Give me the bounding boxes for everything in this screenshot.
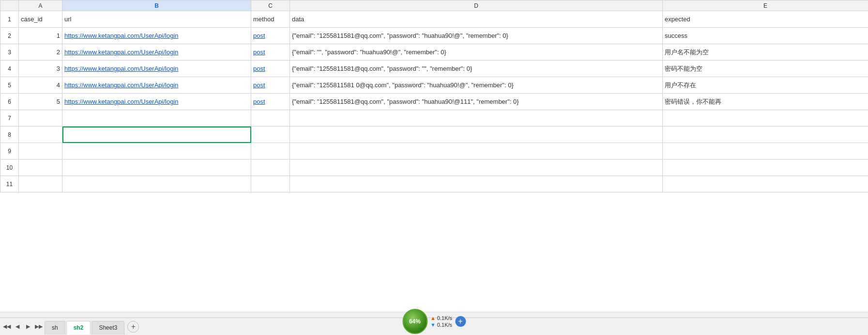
cell-e9[interactable] [663, 143, 868, 160]
cell-a11[interactable] [19, 176, 62, 192]
cell-b9[interactable] [62, 143, 251, 160]
cell-a8[interactable] [19, 127, 62, 143]
method-link-2[interactable]: post [253, 32, 265, 39]
cell-d7[interactable] [290, 110, 663, 127]
cell-c7[interactable] [251, 110, 290, 127]
cell-d10[interactable] [290, 160, 663, 176]
cell-e11[interactable] [663, 176, 868, 192]
cell-b7[interactable] [62, 110, 251, 127]
cell-e7[interactable] [663, 110, 868, 127]
cell-a5[interactable]: 4 [19, 77, 62, 94]
cell-d6[interactable]: {"email": "1255811581@qq.com", "password… [290, 94, 663, 110]
network-circle: 64% [402, 309, 427, 334]
cell-b5[interactable]: https://www.ketangpai.com/UserApi/login [62, 77, 251, 94]
cell-d1[interactable]: data [290, 11, 663, 28]
tab-sh[interactable]: sh [45, 321, 65, 335]
cell-a6[interactable]: 5 [19, 94, 62, 110]
cell-e8[interactable] [663, 127, 868, 143]
url-link-4[interactable]: https://www.ketangpai.com/UserApi/login [64, 65, 179, 72]
table-row: 5 4 https://www.ketangpai.com/UserApi/lo… [0, 77, 868, 94]
spreadsheet-table: A B C D E 1 case_id url method data expe… [0, 0, 868, 192]
method-link-4[interactable]: post [253, 65, 265, 72]
tabs-bar: ◀◀ ◀ ▶ ▶▶ sh sh2 Sheet3 + 64% ▲ 0.1K/s [0, 318, 868, 335]
cell-c11[interactable] [251, 176, 290, 192]
table-row: 10 [0, 160, 868, 176]
cell-b2[interactable]: https://www.ketangpai.com/UserApi/login [62, 28, 251, 44]
cell-a3[interactable]: 2 [19, 44, 62, 61]
cell-d9[interactable] [290, 143, 663, 160]
cell-a7[interactable] [19, 110, 62, 127]
url-link-3[interactable]: https://www.ketangpai.com/UserApi/login [64, 48, 179, 56]
cell-c5[interactable]: post [251, 77, 290, 94]
table-row: 3 2 https://www.ketangpai.com/UserApi/lo… [0, 44, 868, 61]
cell-a9[interactable] [19, 143, 62, 160]
tab-nav-prev[interactable]: ◀ [13, 322, 22, 332]
add-sheet-button[interactable]: + [127, 321, 139, 333]
cell-e10[interactable] [663, 160, 868, 176]
row-num-4: 4 [0, 61, 19, 77]
col-header-d[interactable]: D [290, 0, 663, 11]
method-link-5[interactable]: post [253, 81, 265, 89]
cell-c6[interactable]: post [251, 94, 290, 110]
cell-b8[interactable] [62, 127, 251, 143]
table-row: 2 1 https://www.ketangpai.com/UserApi/lo… [0, 28, 868, 44]
col-header-b[interactable]: B [62, 0, 251, 11]
cell-c8[interactable] [251, 127, 290, 143]
cell-b10[interactable] [62, 160, 251, 176]
cell-c3[interactable]: post [251, 44, 290, 61]
cell-d8[interactable] [290, 127, 663, 143]
cell-a4[interactable]: 3 [19, 61, 62, 77]
tab-sheet3[interactable]: Sheet3 [91, 321, 124, 335]
table-row: 9 [0, 143, 868, 160]
tab-nav-first[interactable]: ◀◀ [2, 322, 12, 332]
cell-d5[interactable]: {"email": "1255811581 0@qq.com", "passwo… [290, 77, 663, 94]
tab-nav-last[interactable]: ▶▶ [34, 322, 44, 332]
cell-e1[interactable]: expected [663, 11, 868, 28]
col-header-a[interactable]: A [19, 0, 62, 11]
url-link-5[interactable]: https://www.ketangpai.com/UserApi/login [64, 81, 179, 89]
cell-d2[interactable]: {"email": "1255811581@qq.com", "password… [290, 28, 663, 44]
cell-e6[interactable]: 密码错误，你不能再 [663, 94, 868, 110]
cell-b4[interactable]: https://www.ketangpai.com/UserApi/login [62, 61, 251, 77]
table-row: 11 [0, 176, 868, 192]
cell-a10[interactable] [19, 160, 62, 176]
row-num-3: 3 [0, 44, 19, 61]
spreadsheet: A B C D E 1 case_id url method data expe… [0, 0, 868, 335]
row-num-9: 9 [0, 143, 19, 160]
table-row: 8 [0, 127, 868, 143]
download-arrow-icon: ▼ [430, 322, 436, 328]
cell-b1[interactable]: url [62, 11, 251, 28]
method-link-6[interactable]: post [253, 98, 265, 105]
cell-a2[interactable]: 1 [19, 28, 62, 44]
tab-sh2[interactable]: sh2 [66, 321, 91, 335]
cell-d3[interactable]: {"email": "", "password": "huahua90!@", … [290, 44, 663, 61]
col-header-c[interactable]: C [251, 0, 290, 11]
cell-b3[interactable]: https://www.ketangpai.com/UserApi/login [62, 44, 251, 61]
cell-e3[interactable]: 用户名不能为空 [663, 44, 868, 61]
cell-e2[interactable]: success [663, 28, 868, 44]
cell-b11[interactable] [62, 176, 251, 192]
cell-c1[interactable]: method [251, 11, 290, 28]
table-row: 4 3 https://www.ketangpai.com/UserApi/lo… [0, 61, 868, 77]
cell-e5[interactable]: 用户不存在 [663, 77, 868, 94]
cell-d4[interactable]: {"email": "1255811581@qq.com", "password… [290, 61, 663, 77]
cell-b6[interactable]: https://www.ketangpai.com/UserApi/login [62, 94, 251, 110]
tab-sh2-label: sh2 [74, 324, 84, 331]
col-header-e[interactable]: E [663, 0, 868, 11]
url-link-2[interactable]: https://www.ketangpai.com/UserApi/login [64, 32, 179, 39]
cell-c4[interactable]: post [251, 61, 290, 77]
cell-d11[interactable] [290, 176, 663, 192]
url-link-6[interactable]: https://www.ketangpai.com/UserApi/login [64, 98, 179, 105]
network-plus-button[interactable]: + [455, 316, 466, 327]
table-row: 7 [0, 110, 868, 127]
cell-c10[interactable] [251, 160, 290, 176]
network-stats: ▲ 0.1K/s ▼ 0.1K/s [430, 315, 452, 328]
method-link-3[interactable]: post [253, 48, 265, 56]
row-num-1: 1 [0, 11, 19, 28]
cell-c2[interactable]: post [251, 28, 290, 44]
cell-c9[interactable] [251, 143, 290, 160]
tab-nav-next[interactable]: ▶ [23, 322, 33, 332]
cell-e4[interactable]: 密码不能为空 [663, 61, 868, 77]
row-num-6: 6 [0, 94, 19, 110]
cell-a1[interactable]: case_id [19, 11, 62, 28]
